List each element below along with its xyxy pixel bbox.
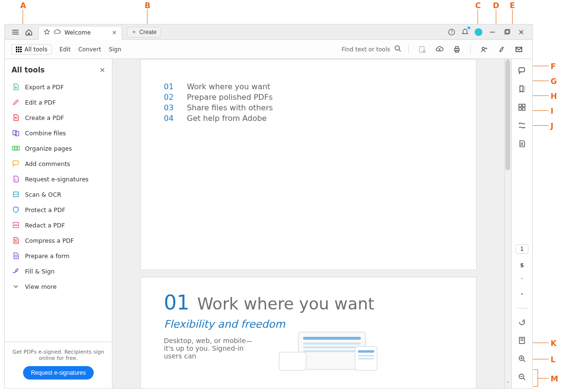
svg-rect-8 xyxy=(18,48,20,50)
window-maximize-icon[interactable] xyxy=(500,25,514,39)
section-subhead: Flexibility and freedom xyxy=(164,318,453,330)
notifications-icon[interactable] xyxy=(458,25,472,39)
sidebar-close-icon[interactable]: ✕ xyxy=(99,66,105,74)
home-icon[interactable] xyxy=(22,25,36,39)
svg-rect-9 xyxy=(20,48,22,50)
tool-label: Prepare a form xyxy=(25,252,70,260)
rotate-view-icon[interactable] xyxy=(517,317,527,327)
tab-close-icon[interactable]: ✕ xyxy=(112,29,117,36)
page-current[interactable]: 1 xyxy=(515,244,529,254)
svg-rect-5 xyxy=(18,47,20,48)
account-avatar[interactable] xyxy=(472,25,485,39)
sidebar-tool-combine[interactable]: Combine files xyxy=(5,125,112,141)
document-tab[interactable]: Welcome ✕ xyxy=(38,26,122,40)
svg-rect-50 xyxy=(523,107,525,110)
thumbnails-panel-icon[interactable] xyxy=(517,102,527,112)
svg-rect-29 xyxy=(14,225,18,226)
compress-icon xyxy=(12,236,20,245)
zoom-out-icon[interactable] xyxy=(517,372,527,381)
svg-rect-38 xyxy=(303,343,361,344)
comments-panel-icon[interactable] xyxy=(517,66,527,75)
svg-rect-39 xyxy=(303,346,361,348)
sidebar-tool-protect[interactable]: Protect a PDF xyxy=(5,202,112,217)
scroll-down-icon[interactable]: ˅ xyxy=(504,381,511,388)
edit-icon xyxy=(12,98,20,107)
create-button[interactable]: ＋ Create xyxy=(127,27,161,37)
search-icon[interactable] xyxy=(394,45,402,54)
protect-icon xyxy=(12,205,20,214)
sidebar-tool-compress[interactable]: Compress a PDF xyxy=(5,233,112,248)
export-icon xyxy=(12,83,20,91)
request-esignatures-button[interactable]: Request e-signatures xyxy=(23,366,93,380)
menu-edit[interactable]: Edit xyxy=(60,46,71,53)
page-display-icon[interactable] xyxy=(517,335,527,345)
sidebar-tool-form[interactable]: Prepare a form xyxy=(5,248,112,263)
callout-A: A xyxy=(20,1,26,10)
callout-line-I xyxy=(530,110,549,111)
callout-line-A xyxy=(23,10,23,25)
callout-F: F xyxy=(551,62,556,71)
window-close-icon[interactable] xyxy=(514,25,528,39)
tool-label: Redact a PDF xyxy=(25,222,65,229)
help-icon[interactable]: ? xyxy=(445,25,458,39)
notification-dot-icon xyxy=(467,26,470,29)
tool-label: View more xyxy=(25,283,57,290)
window-minimize-icon[interactable] xyxy=(485,25,500,39)
zoom-in-icon[interactable] xyxy=(517,354,527,363)
layers-panel-icon[interactable] xyxy=(517,120,527,130)
callout-L: L xyxy=(551,355,555,364)
svg-point-52 xyxy=(524,127,526,128)
sidebar-tool-redact[interactable]: Redact a PDF xyxy=(5,217,112,233)
toc-row: 01Work where you want xyxy=(164,82,453,91)
callout-I: I xyxy=(551,107,553,116)
bookmarks-panel-icon[interactable] xyxy=(517,84,527,94)
sidebar-tool-create[interactable]: Create a PDF xyxy=(5,110,112,125)
sidebar-tool-comment[interactable]: Add comments xyxy=(5,156,112,171)
svg-rect-11 xyxy=(18,51,20,52)
share-link-icon[interactable] xyxy=(495,43,508,56)
vertical-scrollbar[interactable]: ˄ ˅ xyxy=(504,59,511,388)
svg-rect-48 xyxy=(523,104,525,107)
tool-label: Add comments xyxy=(25,160,70,167)
svg-rect-18 xyxy=(455,50,458,52)
tool-label: Organize pages xyxy=(25,145,72,152)
sidebar-tool-signature[interactable]: Request e-signatures xyxy=(5,171,112,187)
scroll-thumb[interactable] xyxy=(505,60,510,170)
svg-rect-26 xyxy=(13,161,18,165)
sidebar-tool-edit[interactable]: Edit a PDF xyxy=(5,95,112,110)
tool-label: Protect a PDF xyxy=(25,206,65,214)
all-tools-button[interactable]: All tools xyxy=(12,44,52,55)
sidebar-tool-scan[interactable]: Scan & OCR xyxy=(5,187,112,202)
callout-E: E xyxy=(510,1,515,10)
svg-rect-10 xyxy=(16,51,17,52)
tool-label: Edit a PDF xyxy=(25,99,56,106)
star-icon[interactable] xyxy=(44,29,50,36)
hamburger-menu-icon[interactable] xyxy=(9,25,22,39)
document-viewport[interactable]: A 01Work where you want 02Prepare polish… xyxy=(112,59,511,388)
menu-convert[interactable]: Convert xyxy=(78,46,101,53)
all-tools-panel: All tools ✕ Export a PDFEdit a PDFCreate… xyxy=(5,59,112,388)
selection-tool-icon[interactable] xyxy=(416,43,429,56)
cloud-save-icon[interactable] xyxy=(433,43,446,56)
callout-line-M xyxy=(538,378,549,379)
sidebar-tool-organize[interactable]: Organize pages xyxy=(5,141,112,156)
menu-sign[interactable]: Sign xyxy=(109,46,121,53)
page-prev-icon[interactable]: ˄ xyxy=(521,277,524,284)
right-rail: 1 5 ˄ ˅ xyxy=(511,59,532,388)
sidebar-tool-export[interactable]: Export a PDF xyxy=(5,79,112,95)
tool-label: Combine files xyxy=(25,130,66,137)
app-toolbar: All tools Edit Convert Sign Find text or… xyxy=(5,40,532,59)
svg-rect-7 xyxy=(16,48,17,50)
sidebar-tool-fillsign[interactable]: Fill & Sign xyxy=(5,263,112,279)
callout-line-F xyxy=(530,66,549,66)
callout-G: G xyxy=(551,77,557,86)
svg-text:?: ? xyxy=(451,30,453,35)
page-next-icon[interactable]: ˅ xyxy=(521,293,524,299)
tool-label: Create a PDF xyxy=(25,114,64,121)
svg-rect-24 xyxy=(15,146,17,150)
print-icon[interactable] xyxy=(450,43,464,56)
send-email-icon[interactable] xyxy=(512,43,526,56)
add-person-icon[interactable] xyxy=(478,43,491,56)
sidebar-tool-more[interactable]: View more xyxy=(5,279,112,294)
accessibility-panel-icon[interactable] xyxy=(517,139,527,148)
